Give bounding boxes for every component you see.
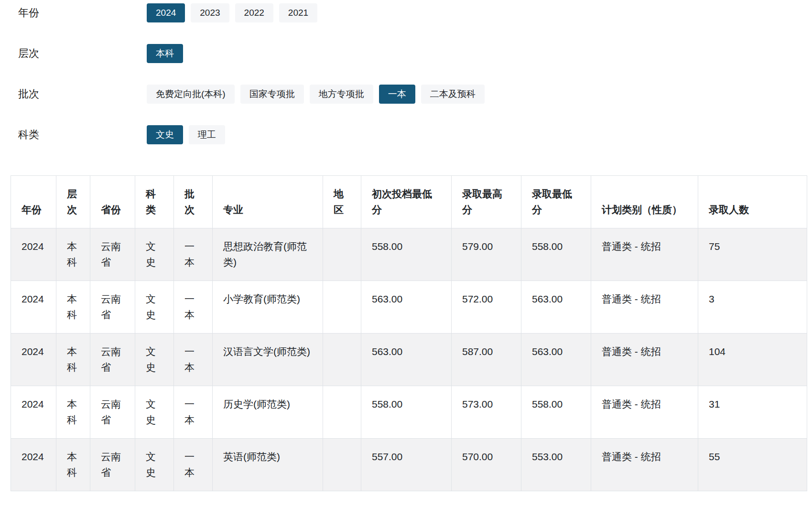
filter-option-batch-4[interactable]: 二本及预科 — [421, 85, 485, 104]
cell-batch: 一本 — [174, 281, 213, 334]
cell-major: 小学教育(师范类) — [213, 281, 323, 334]
cell-first-dispatch-min-score: 563.00 — [361, 334, 452, 386]
filter-row-category: 科类文史理工 — [18, 125, 812, 144]
cell-admit-min-score: 563.00 — [521, 281, 591, 334]
cell-year: 2024 — [11, 386, 56, 439]
column-header-category: 科类 — [135, 176, 174, 228]
cell-level: 本科 — [56, 228, 90, 281]
admission-scores-table: 年份层次省份科类批次专业地区初次投档最低分录取最高分录取最低分计划类别（性质）录… — [11, 175, 807, 491]
filter-option-year-3[interactable]: 2021 — [279, 3, 317, 22]
filter-label-category: 科类 — [18, 128, 147, 142]
cell-year: 2024 — [11, 281, 56, 334]
cell-admit-count: 75 — [698, 228, 807, 281]
cell-major: 思想政治教育(师范类) — [213, 228, 323, 281]
cell-batch: 一本 — [174, 386, 213, 439]
filter-option-category-1[interactable]: 理工 — [189, 125, 225, 144]
cell-batch: 一本 — [174, 228, 213, 281]
cell-admit-max-score: 587.00 — [452, 334, 521, 386]
cell-admit-count: 55 — [698, 439, 807, 491]
filter-option-batch-0[interactable]: 免费定向批(本科) — [147, 85, 235, 104]
filter-panel: 年份2024202320222021层次本科批次免费定向批(本科)国家专项批地方… — [18, 3, 812, 144]
cell-category: 文史 — [135, 386, 174, 439]
cell-province: 云南省 — [90, 281, 135, 334]
column-header-admit-min-score: 录取最低分 — [521, 176, 591, 228]
table-row: 2024本科云南省文史一本英语(师范类)557.00570.00553.00普通… — [11, 439, 807, 491]
cell-year: 2024 — [11, 334, 56, 386]
cell-province: 云南省 — [90, 334, 135, 386]
cell-category: 文史 — [135, 281, 174, 334]
cell-level: 本科 — [56, 281, 90, 334]
cell-major: 汉语言文学(师范类) — [213, 334, 323, 386]
cell-province: 云南省 — [90, 228, 135, 281]
filter-option-year-2[interactable]: 2022 — [235, 3, 273, 22]
cell-major: 历史学(师范类) — [213, 386, 323, 439]
filter-options-category: 文史理工 — [147, 125, 225, 144]
cell-category: 文史 — [135, 334, 174, 386]
cell-first-dispatch-min-score: 557.00 — [361, 439, 452, 491]
filter-row-level: 层次本科 — [18, 44, 812, 63]
cell-plan-type: 普通类 - 统招 — [591, 228, 698, 281]
cell-batch: 一本 — [174, 334, 213, 386]
column-header-plan-type: 计划类别（性质） — [591, 176, 698, 228]
filter-option-level-0[interactable]: 本科 — [147, 44, 183, 63]
cell-admit-max-score: 570.00 — [452, 439, 521, 491]
cell-admit-count: 31 — [698, 386, 807, 439]
cell-admit-min-score: 558.00 — [521, 386, 591, 439]
table-row: 2024本科云南省文史一本思想政治教育(师范类)558.00579.00558.… — [11, 228, 807, 281]
table-row: 2024本科云南省文史一本小学教育(师范类)563.00572.00563.00… — [11, 281, 807, 334]
column-header-major: 专业 — [213, 176, 323, 228]
cell-first-dispatch-min-score: 558.00 — [361, 386, 452, 439]
cell-level: 本科 — [56, 439, 90, 491]
filter-option-year-1[interactable]: 2023 — [191, 3, 229, 22]
filter-label-level: 层次 — [18, 46, 147, 61]
cell-year: 2024 — [11, 439, 56, 491]
cell-plan-type: 普通类 - 统招 — [591, 386, 698, 439]
cell-major: 英语(师范类) — [213, 439, 323, 491]
column-header-admit-max-score: 录取最高分 — [452, 176, 521, 228]
column-header-region: 地区 — [323, 176, 361, 228]
cell-admit-count: 104 — [698, 334, 807, 386]
cell-first-dispatch-min-score: 563.00 — [361, 281, 452, 334]
column-header-level: 层次 — [56, 176, 90, 228]
cell-admit-min-score: 553.00 — [521, 439, 591, 491]
cell-region — [323, 334, 361, 386]
cell-region — [323, 439, 361, 491]
cell-province: 云南省 — [90, 439, 135, 491]
cell-admit-max-score: 579.00 — [452, 228, 521, 281]
filter-options-level: 本科 — [147, 44, 183, 63]
column-header-year: 年份 — [11, 176, 56, 228]
cell-year: 2024 — [11, 228, 56, 281]
table-header-row: 年份层次省份科类批次专业地区初次投档最低分录取最高分录取最低分计划类别（性质）录… — [11, 176, 807, 228]
cell-admit-max-score: 573.00 — [452, 386, 521, 439]
column-header-admit-count: 录取人数 — [698, 176, 807, 228]
column-header-province: 省份 — [90, 176, 135, 228]
cell-region — [323, 228, 361, 281]
cell-region — [323, 386, 361, 439]
cell-admit-min-score: 558.00 — [521, 228, 591, 281]
cell-level: 本科 — [56, 386, 90, 439]
filter-option-batch-1[interactable]: 国家专项批 — [240, 85, 304, 104]
filter-option-category-0[interactable]: 文史 — [147, 125, 183, 144]
cell-first-dispatch-min-score: 558.00 — [361, 228, 452, 281]
table-row: 2024本科云南省文史一本汉语言文学(师范类)563.00587.00563.0… — [11, 334, 807, 386]
cell-admit-count: 3 — [698, 281, 807, 334]
cell-admit-min-score: 563.00 — [521, 334, 591, 386]
column-header-batch: 批次 — [174, 176, 213, 228]
filter-option-batch-2[interactable]: 地方专项批 — [310, 85, 373, 104]
column-header-first-dispatch-min-score: 初次投档最低分 — [361, 176, 452, 228]
cell-region — [323, 281, 361, 334]
filter-row-batch: 批次免费定向批(本科)国家专项批地方专项批一本二本及预科 — [18, 85, 812, 104]
filter-row-year: 年份2024202320222021 — [18, 3, 812, 22]
filter-options-batch: 免费定向批(本科)国家专项批地方专项批一本二本及预科 — [147, 85, 485, 104]
cell-batch: 一本 — [174, 439, 213, 491]
filter-option-batch-3[interactable]: 一本 — [379, 85, 415, 104]
results-table-container: 年份层次省份科类批次专业地区初次投档最低分录取最高分录取最低分计划类别（性质）录… — [11, 175, 807, 491]
cell-admit-max-score: 572.00 — [452, 281, 521, 334]
table-row: 2024本科云南省文史一本历史学(师范类)558.00573.00558.00普… — [11, 386, 807, 439]
cell-level: 本科 — [56, 334, 90, 386]
cell-category: 文史 — [135, 439, 174, 491]
filter-label-batch: 批次 — [18, 87, 147, 101]
filter-option-year-0[interactable]: 2024 — [147, 3, 185, 22]
filter-label-year: 年份 — [18, 6, 147, 20]
cell-plan-type: 普通类 - 统招 — [591, 439, 698, 491]
